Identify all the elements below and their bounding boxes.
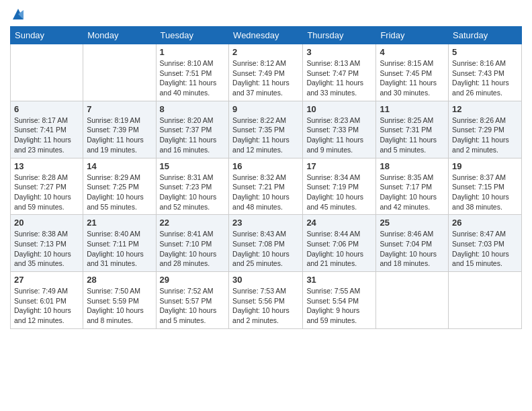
page: Sunday Monday Tuesday Wednesday Thursday… xyxy=(0,0,532,339)
day-info: Sunrise: 8:13 AMSunset: 7:47 PMDaylight:… xyxy=(306,58,372,98)
calendar-cell: 1Sunrise: 8:10 AMSunset: 7:51 PMDaylight… xyxy=(156,44,229,101)
logo-icon xyxy=(11,7,25,21)
day-info: Sunrise: 8:19 AMSunset: 7:39 PMDaylight:… xyxy=(87,116,152,155)
header xyxy=(10,7,522,21)
calendar-cell: 16Sunrise: 8:32 AMSunset: 7:21 PMDayligh… xyxy=(229,158,303,215)
day-number: 13 xyxy=(14,161,79,171)
day-info: Sunrise: 8:35 AMSunset: 7:17 PMDaylight:… xyxy=(380,173,445,212)
day-number: 17 xyxy=(306,161,372,171)
calendar-cell: 30Sunrise: 7:53 AMSunset: 5:56 PMDayligh… xyxy=(229,272,303,329)
day-number: 26 xyxy=(452,218,518,228)
calendar-cell: 20Sunrise: 8:38 AMSunset: 7:13 PMDayligh… xyxy=(11,215,83,272)
day-info: Sunrise: 8:44 AMSunset: 7:06 PMDaylight:… xyxy=(306,229,372,269)
day-number: 22 xyxy=(160,218,226,228)
day-info: Sunrise: 8:17 AMSunset: 7:41 PMDaylight:… xyxy=(14,116,79,155)
calendar-cell: 8Sunrise: 8:20 AMSunset: 7:37 PMDaylight… xyxy=(156,101,229,158)
day-info: Sunrise: 8:46 AMSunset: 7:04 PMDaylight:… xyxy=(380,229,445,269)
day-number: 15 xyxy=(160,161,226,171)
day-info: Sunrise: 8:16 AMSunset: 7:43 PMDaylight:… xyxy=(452,58,518,98)
day-info: Sunrise: 8:38 AMSunset: 7:13 PMDaylight:… xyxy=(14,229,79,269)
day-number: 31 xyxy=(306,275,372,285)
day-info: Sunrise: 7:55 AMSunset: 5:54 PMDaylight:… xyxy=(306,286,372,326)
day-number: 18 xyxy=(380,161,445,171)
day-number: 21 xyxy=(87,218,152,228)
day-info: Sunrise: 8:10 AMSunset: 7:51 PMDaylight:… xyxy=(160,58,226,98)
day-number: 23 xyxy=(232,218,299,228)
calendar-cell: 28Sunrise: 7:50 AMSunset: 5:59 PMDayligh… xyxy=(83,272,156,329)
calendar-cell xyxy=(83,44,156,101)
day-number: 10 xyxy=(306,104,372,114)
day-info: Sunrise: 8:15 AMSunset: 7:45 PMDaylight:… xyxy=(380,58,445,98)
day-number: 20 xyxy=(14,218,79,228)
calendar-cell: 26Sunrise: 8:47 AMSunset: 7:03 PMDayligh… xyxy=(449,215,522,272)
day-number: 7 xyxy=(87,104,152,114)
calendar-cell: 15Sunrise: 8:31 AMSunset: 7:23 PMDayligh… xyxy=(156,158,229,215)
day-number: 11 xyxy=(380,104,445,114)
day-info: Sunrise: 7:53 AMSunset: 5:56 PMDaylight:… xyxy=(232,286,299,326)
col-wednesday: Wednesday xyxy=(229,27,303,44)
day-number: 24 xyxy=(306,218,372,228)
calendar-cell: 3Sunrise: 8:13 AMSunset: 7:47 PMDaylight… xyxy=(303,44,376,101)
day-number: 29 xyxy=(160,275,226,285)
day-info: Sunrise: 8:26 AMSunset: 7:29 PMDaylight:… xyxy=(452,116,518,155)
day-info: Sunrise: 8:37 AMSunset: 7:15 PMDaylight:… xyxy=(452,173,518,212)
calendar-cell: 11Sunrise: 8:25 AMSunset: 7:31 PMDayligh… xyxy=(376,101,449,158)
calendar-cell: 10Sunrise: 8:23 AMSunset: 7:33 PMDayligh… xyxy=(303,101,376,158)
day-number: 5 xyxy=(452,47,518,57)
calendar-cell: 23Sunrise: 8:43 AMSunset: 7:08 PMDayligh… xyxy=(229,215,303,272)
calendar-cell: 9Sunrise: 8:22 AMSunset: 7:35 PMDaylight… xyxy=(229,101,303,158)
col-monday: Monday xyxy=(83,27,156,44)
calendar-cell: 7Sunrise: 8:19 AMSunset: 7:39 PMDaylight… xyxy=(83,101,156,158)
day-number: 25 xyxy=(380,218,445,228)
calendar-cell xyxy=(449,272,522,329)
calendar-cell: 13Sunrise: 8:28 AMSunset: 7:27 PMDayligh… xyxy=(11,158,83,215)
day-number: 16 xyxy=(232,161,299,171)
calendar-cell: 19Sunrise: 8:37 AMSunset: 7:15 PMDayligh… xyxy=(449,158,522,215)
day-number: 19 xyxy=(452,161,518,171)
day-info: Sunrise: 8:32 AMSunset: 7:21 PMDaylight:… xyxy=(232,173,299,212)
col-saturday: Saturday xyxy=(449,27,522,44)
day-info: Sunrise: 8:43 AMSunset: 7:08 PMDaylight:… xyxy=(232,229,299,269)
calendar-cell: 14Sunrise: 8:29 AMSunset: 7:25 PMDayligh… xyxy=(83,158,156,215)
day-info: Sunrise: 8:29 AMSunset: 7:25 PMDaylight:… xyxy=(87,173,152,212)
calendar-cell: 6Sunrise: 8:17 AMSunset: 7:41 PMDaylight… xyxy=(11,101,83,158)
calendar-cell: 22Sunrise: 8:41 AMSunset: 7:10 PMDayligh… xyxy=(156,215,229,272)
day-info: Sunrise: 8:20 AMSunset: 7:37 PMDaylight:… xyxy=(160,116,226,155)
day-number: 12 xyxy=(452,104,518,114)
day-number: 14 xyxy=(87,161,152,171)
day-number: 8 xyxy=(160,104,226,114)
calendar-cell: 2Sunrise: 8:12 AMSunset: 7:49 PMDaylight… xyxy=(229,44,303,101)
day-number: 27 xyxy=(14,275,79,285)
calendar-cell: 4Sunrise: 8:15 AMSunset: 7:45 PMDaylight… xyxy=(376,44,449,101)
day-info: Sunrise: 8:22 AMSunset: 7:35 PMDaylight:… xyxy=(232,116,299,155)
day-info: Sunrise: 8:41 AMSunset: 7:10 PMDaylight:… xyxy=(160,229,226,269)
day-number: 4 xyxy=(380,47,445,57)
col-thursday: Thursday xyxy=(303,27,376,44)
logo xyxy=(10,10,25,21)
calendar-cell xyxy=(11,44,83,101)
calendar-cell: 24Sunrise: 8:44 AMSunset: 7:06 PMDayligh… xyxy=(303,215,376,272)
day-number: 6 xyxy=(14,104,79,114)
day-info: Sunrise: 7:50 AMSunset: 5:59 PMDaylight:… xyxy=(87,286,152,326)
day-info: Sunrise: 8:12 AMSunset: 7:49 PMDaylight:… xyxy=(232,58,299,98)
day-number: 1 xyxy=(160,47,226,57)
day-number: 30 xyxy=(232,275,299,285)
day-info: Sunrise: 8:31 AMSunset: 7:23 PMDaylight:… xyxy=(160,173,226,212)
day-number: 28 xyxy=(87,275,152,285)
day-info: Sunrise: 8:40 AMSunset: 7:11 PMDaylight:… xyxy=(87,229,152,269)
day-number: 9 xyxy=(232,104,299,114)
calendar-cell: 17Sunrise: 8:34 AMSunset: 7:19 PMDayligh… xyxy=(303,158,376,215)
day-info: Sunrise: 7:52 AMSunset: 5:57 PMDaylight:… xyxy=(160,286,226,326)
calendar-cell: 21Sunrise: 8:40 AMSunset: 7:11 PMDayligh… xyxy=(83,215,156,272)
calendar-cell: 5Sunrise: 8:16 AMSunset: 7:43 PMDaylight… xyxy=(449,44,522,101)
day-number: 3 xyxy=(306,47,372,57)
calendar-cell: 31Sunrise: 7:55 AMSunset: 5:54 PMDayligh… xyxy=(303,272,376,329)
calendar-table: Sunday Monday Tuesday Wednesday Thursday… xyxy=(10,26,522,329)
day-info: Sunrise: 8:34 AMSunset: 7:19 PMDaylight:… xyxy=(306,173,372,212)
calendar-cell: 27Sunrise: 7:49 AMSunset: 6:01 PMDayligh… xyxy=(11,272,83,329)
col-friday: Friday xyxy=(376,27,449,44)
col-sunday: Sunday xyxy=(11,27,83,44)
day-number: 2 xyxy=(232,47,299,57)
day-info: Sunrise: 8:47 AMSunset: 7:03 PMDaylight:… xyxy=(452,229,518,269)
col-tuesday: Tuesday xyxy=(156,27,229,44)
